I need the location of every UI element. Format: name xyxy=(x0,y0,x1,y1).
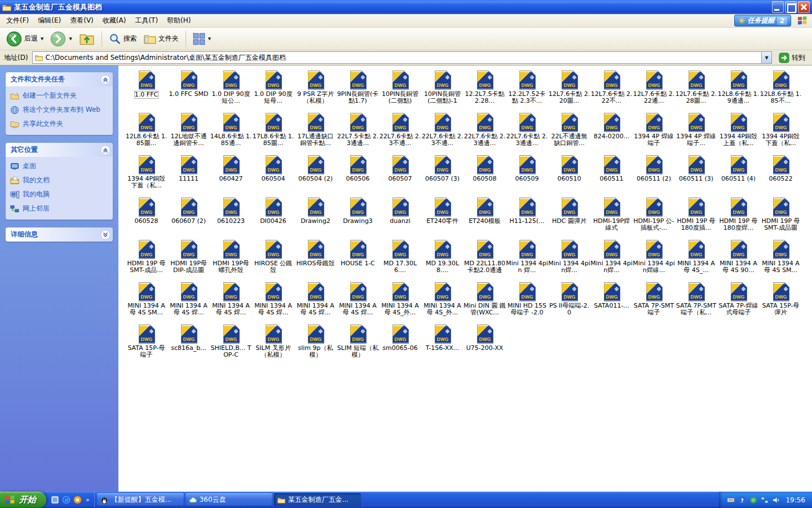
file-item[interactable]: DWG1.0 FFC xyxy=(125,70,167,112)
file-item[interactable]: DWGHIROSE 公鐵殼 xyxy=(252,239,294,282)
file-item[interactable]: DWGHDMI-19P 公-插板式-... xyxy=(633,197,675,239)
sidebar-item[interactable]: 将这个文件夹发布到 Web xyxy=(10,106,108,115)
file-item[interactable]: DWG1.0 FFC SMD xyxy=(167,70,210,112)
file-item[interactable]: DWG14L8.6卡點 1.85通... xyxy=(210,112,252,155)
file-item[interactable]: DWGET240模板 xyxy=(464,197,506,239)
file-item[interactable]: DWG060522 xyxy=(760,155,802,197)
file-item[interactable]: DWG0610223 xyxy=(210,197,252,239)
sidebar-item[interactable]: 创建一个新文件夹 xyxy=(10,91,108,100)
file-item[interactable]: DWG1.0 DIP 90度 短公... xyxy=(210,70,252,112)
file-item[interactable]: DWG10PIN長銅管(二個點) xyxy=(379,70,421,112)
file-item[interactable]: DWG9 PSR Z字片（私模） xyxy=(294,70,337,112)
file-item[interactable]: DWGMini 1394 4pin焊線... xyxy=(633,239,675,282)
file-item[interactable]: DWG060607 (2) xyxy=(167,197,210,239)
file-item[interactable]: DWGT-1S6-XX... xyxy=(421,324,464,366)
file-item[interactable]: DWGPS II母端端-2.0 xyxy=(548,282,590,324)
file-item[interactable]: DWG060511 (3) xyxy=(675,155,717,197)
chevron-down-icon[interactable] xyxy=(100,230,111,240)
file-item[interactable]: DWG060528 xyxy=(125,197,167,239)
file-item[interactable]: DWG060509 xyxy=(506,155,548,197)
file-item[interactable]: DWG22L不通邊無缺口銅管... xyxy=(548,112,590,155)
app-1-icon[interactable] xyxy=(51,496,59,504)
file-item[interactable]: DWGHDMI-19P焊線式 xyxy=(590,197,633,239)
views-button[interactable]: ▼ xyxy=(190,31,214,47)
file-item[interactable]: DWGslim 9p（私模） xyxy=(294,324,337,366)
file-item[interactable]: DWG10PIN長銅管(二個點)-1 xyxy=(421,70,464,112)
file-item[interactable]: DWGMD 19.30L8.... xyxy=(421,239,464,282)
file-item[interactable]: DWG12L7.6卡點 2.20圖... xyxy=(548,70,590,112)
file-item[interactable]: DWGMINI 1394 A 母 4S 焊... xyxy=(167,282,210,324)
file-item[interactable]: DWG22L7.6卡點 2.3通邊... xyxy=(464,112,506,155)
file-item[interactable]: DWGSATA 7P-焊線式母端子 xyxy=(717,282,760,324)
file-item[interactable]: DWG12L7.6卡點 2.22不... xyxy=(590,70,633,112)
panel-header[interactable]: 详细信息 xyxy=(6,227,113,242)
file-item[interactable]: DWG12L7.6卡點 2.28圖... xyxy=(675,70,717,112)
file-item[interactable]: DWGDrawing3 xyxy=(337,197,379,239)
sidebar-item[interactable]: 我的电脑 xyxy=(10,190,108,199)
file-item[interactable]: DWG060427 xyxy=(210,155,252,197)
file-item[interactable]: DWGMINI 1394 A 母 4S_外... xyxy=(379,282,421,324)
file-item[interactable]: DWGMini 1394 4pin 焊... xyxy=(506,239,548,282)
file-item[interactable]: DWG1394 4P銅殼下蓋（私... xyxy=(760,112,802,155)
go-button[interactable]: 转到 xyxy=(776,52,808,63)
file-item[interactable]: DWG12L7.6卡點 2.22通... xyxy=(633,70,675,112)
file-item[interactable]: DWGHOUSE 1-C xyxy=(337,239,379,282)
sidebar-item[interactable]: 桌面 xyxy=(10,162,108,171)
up-button[interactable] xyxy=(76,29,98,49)
chevron-up-icon[interactable] xyxy=(100,75,111,85)
input-method-icon[interactable] xyxy=(727,496,735,504)
file-item[interactable]: DWG12L8.6卡點 1.85不... xyxy=(760,70,802,112)
file-item[interactable]: DWGU75-200-XX xyxy=(464,324,506,366)
sidebar-item[interactable]: 我的文档 xyxy=(10,176,108,185)
file-item[interactable]: DWG22L7.5卡點 2.3通邊... xyxy=(337,112,379,155)
file-item[interactable]: DWG060510 xyxy=(548,155,590,197)
help-icon[interactable]: ? xyxy=(738,496,746,504)
search-button[interactable]: 搜索 xyxy=(106,31,140,47)
file-item[interactable]: DWGMINI 1394 A 母 4S 焊... xyxy=(210,282,252,324)
file-item[interactable]: DWG22L7.6卡點 2.3不通... xyxy=(421,112,464,155)
file-item[interactable]: DWG1394 4P銅殼上蓋（私... xyxy=(717,112,760,155)
quicklaunch-overflow-chevron[interactable]: » xyxy=(85,496,90,503)
file-item[interactable]: DWGMini 1394 4pin焊... xyxy=(590,239,633,282)
file-item[interactable]: DWG824-0200... xyxy=(590,112,633,155)
folders-button[interactable]: 文件夹 xyxy=(141,31,182,47)
back-button[interactable]: 后退 ▼ xyxy=(3,29,46,49)
minimize-button[interactable] xyxy=(772,1,784,13)
panel-header[interactable]: 其它位置 xyxy=(6,143,113,157)
file-item[interactable]: DWGSATA 15P-母彈片 xyxy=(760,282,802,324)
file-item[interactable]: DWGMini DIN 圓 鐵管(WXC... xyxy=(464,282,506,324)
volume-icon[interactable] xyxy=(772,496,780,504)
file-item[interactable]: DWGSILM 叉形片（私模） xyxy=(252,324,294,366)
file-item[interactable]: DWGHDMI 19P 母 180度焊... xyxy=(717,197,760,239)
menu-item[interactable]: 收藏(A) xyxy=(98,14,131,27)
file-item[interactable]: DWG1.0 DIP 90度 短母... xyxy=(252,70,294,112)
app-2-icon[interactable] xyxy=(73,496,82,504)
file-item[interactable]: DWGHIROS母鐵殼 xyxy=(294,239,337,282)
file-item[interactable]: DWG060504 (2) xyxy=(294,155,337,197)
file-item[interactable]: DWG12L地獄不通邊銅管卡... xyxy=(167,112,210,155)
file-item[interactable]: DWGMINI HD 15S 母端子 -2.0 xyxy=(506,282,548,324)
file-item[interactable]: DWG12L8.6卡點 1.85圖... xyxy=(125,112,167,155)
file-item[interactable]: DWG1394 4P 焊線端子 xyxy=(633,112,675,155)
network-icon[interactable] xyxy=(761,496,769,504)
file-item[interactable]: DWGSHIELD,B... TOP-C xyxy=(210,324,252,366)
file-item[interactable]: DWG060506 xyxy=(337,155,379,197)
file-item[interactable]: DWG060508 xyxy=(464,155,506,197)
file-item[interactable]: DWG22L7.6卡點 2.3不通... xyxy=(379,112,421,155)
file-item[interactable]: DWG22L7.6卡點 2.3通邊... xyxy=(506,112,548,155)
taskbar-task[interactable]: 360云盘 xyxy=(186,493,272,506)
file-item[interactable]: DWG060511 xyxy=(590,155,633,197)
forward-button[interactable]: ▼ xyxy=(47,29,74,49)
file-item[interactable]: DWGHDMI 19P 母 180度插... xyxy=(675,197,717,239)
file-item[interactable]: DWGMINI 1394 A母 4S_... xyxy=(675,239,717,282)
sidebar-item[interactable]: 共享此文件夹 xyxy=(10,120,108,129)
messenger-icon[interactable] xyxy=(749,496,757,504)
file-item[interactable]: DWGsm0065-06 xyxy=(379,324,421,366)
panel-header[interactable]: 文件和文件夹任务 xyxy=(6,72,113,86)
internet-explorer-icon[interactable]: e xyxy=(62,496,70,504)
taskbar-task[interactable]: 某五金制造厂五金... xyxy=(274,493,361,506)
file-item[interactable]: DWGHDMI 19P母 DIP-成品圖 xyxy=(167,239,210,282)
file-item[interactable]: DWGHDC 圓彈片 xyxy=(548,197,590,239)
file-item[interactable]: DWGSATA 7P-SMT 端子（私... xyxy=(675,282,717,324)
file-item[interactable]: DWGMINI 1394 A 母 4S 焊... xyxy=(294,282,337,324)
